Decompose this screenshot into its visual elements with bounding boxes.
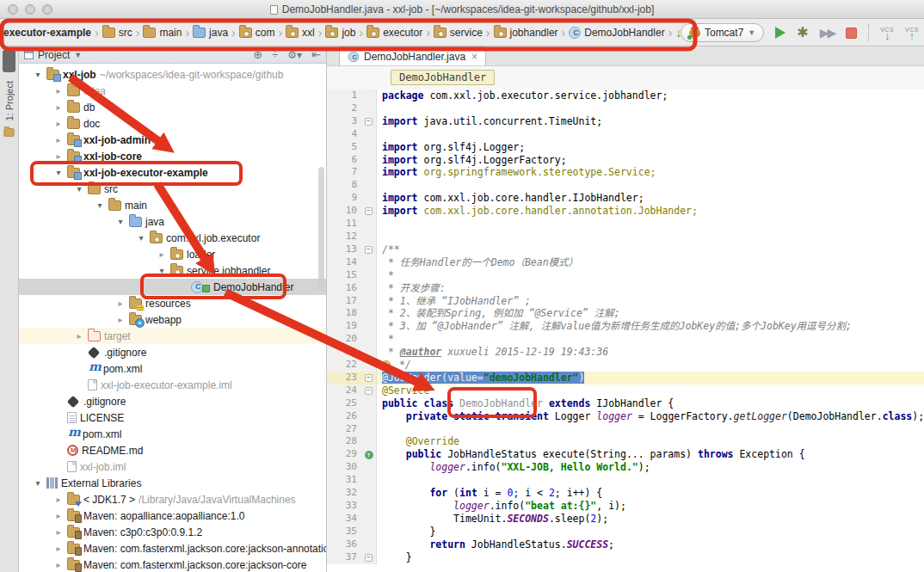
tree-scrollbar[interactable]	[318, 167, 324, 292]
tree-item-maven-com-fasterxml-jackson-core-jackson-core[interactable]: ▸Maven: com.fasterxml.jackson.core:jacks…	[19, 557, 326, 572]
breadcrumb-item-executor-example[interactable]: executor-example	[2, 27, 93, 39]
collapsed-arrow-icon[interactable]: ▸	[53, 135, 64, 145]
breadcrumb-chip[interactable]: DemoJobHandler	[391, 70, 495, 85]
code-area[interactable]: 1package com.xxl.job.executor.service.jo…	[327, 89, 924, 572]
gear-icon[interactable]: ⚙▾	[287, 49, 302, 61]
project-panel-title[interactable]: Project	[38, 49, 70, 61]
expanded-arrow-icon[interactable]: ▾	[157, 266, 167, 275]
breadcrumb-item-jobhandler[interactable]: jobhandler	[492, 27, 560, 39]
collapsed-arrow-icon[interactable]: ▸	[115, 315, 126, 324]
tree-item-maven-com-fasterxml-jackson-core-jackson-annotations[interactable]: ▸Maven: com.fasterxml.jackson.core:jacks…	[19, 540, 326, 557]
breadcrumb-item-src[interactable]: src	[101, 27, 134, 39]
breadcrumb-item-job[interactable]: job	[323, 27, 357, 39]
tree-item-target[interactable]: ▸target	[19, 328, 326, 344]
tab-demojobhandler[interactable]: DemoJobHandler.java ×	[339, 46, 486, 65]
tree-item-main[interactable]: ▾main	[19, 197, 326, 213]
collapsed-arrow-icon[interactable]: ▸	[53, 527, 64, 537]
tree-item-license[interactable]: LICENSE	[19, 409, 326, 426]
collapsed-arrow-icon[interactable]: ▸	[157, 249, 167, 259]
tree-item-xxl-job[interactable]: ▾xxl-job ~/workspaces/idea-git-workspace…	[19, 66, 326, 83]
stop-button[interactable]	[846, 28, 857, 39]
collapsed-arrow-icon[interactable]: ▸	[53, 151, 64, 161]
fold-marker-icon[interactable]: −	[365, 207, 373, 215]
collapsed-arrow-icon[interactable]: ▸	[53, 86, 64, 95]
collapsed-arrow-icon[interactable]: ▸	[53, 560, 64, 569]
tree-item--gitignore[interactable]: .gitignore	[19, 344, 326, 360]
vcs-commit-button[interactable]: VCS ↑	[905, 27, 919, 40]
collapsed-arrow-icon[interactable]: ▸	[53, 495, 64, 504]
project-tree[interactable]: ▾xxl-job ~/workspaces/idea-git-workspace…	[19, 64, 326, 572]
tree-item-xxl-job-iml[interactable]: xxl-job.iml	[19, 458, 326, 475]
tree-item-demojobhandler[interactable]: DemoJobHandler	[19, 279, 326, 295]
tree-item-xxl-job-executor-example[interactable]: ▾xxl-job-executor-example	[19, 164, 326, 181]
expanded-arrow-icon[interactable]: ▾	[53, 168, 64, 177]
override-marker-icon[interactable]: ↑	[365, 451, 373, 459]
tree-item-xxl-job-admin[interactable]: ▸xxl-job-admin	[19, 132, 326, 148]
breadcrumb-item-demojobhandler[interactable]: DemoJobHandler	[567, 27, 666, 39]
tree-item-maven-c3p0-c3p0-0-9-1-2[interactable]: ▸Maven: c3p0:c3p0:0.9.1.2	[19, 524, 326, 540]
tree-item-doc[interactable]: ▸doc	[19, 115, 326, 132]
breadcrumb-item-service[interactable]: service	[432, 27, 484, 39]
tree-item-service-jobhandler[interactable]: ▾service.jobhandler	[19, 262, 326, 279]
tree-item-java[interactable]: ▾java	[19, 213, 326, 230]
breadcrumb-item-java[interactable]: java	[191, 27, 230, 39]
fold-marker-icon[interactable]: −	[365, 118, 373, 126]
chevron-down-icon[interactable]: ▼	[74, 51, 82, 59]
maven-icon	[67, 428, 79, 440]
intention-bulb-icon[interactable]	[382, 360, 391, 369]
code-text: import com.xxl.job.core.handler.annotati…	[377, 205, 698, 218]
breadcrumb-item-com[interactable]: com	[237, 27, 277, 39]
expanded-arrow-icon[interactable]: ▾	[115, 217, 126, 226]
tree-item-readme-md[interactable]: README.md	[19, 442, 326, 458]
lib-icon	[67, 544, 80, 554]
vcs-update-button[interactable]: VCS ↓	[880, 27, 894, 40]
breadcrumb-item-main[interactable]: main	[141, 27, 183, 39]
fold-marker-icon[interactable]: −	[365, 246, 373, 254]
fold-marker-icon[interactable]: −	[365, 374, 373, 382]
run-button[interactable]	[775, 27, 785, 39]
tree-item--gitignore[interactable]: .gitignore	[19, 393, 326, 409]
expanded-arrow-icon[interactable]: ▾	[74, 184, 84, 194]
tree-item-src[interactable]: ▾src	[19, 181, 326, 197]
tree-item-xxl-job-executor-example-iml[interactable]: xxl-job-executor-example.iml	[19, 377, 326, 393]
tree-item-webapp[interactable]: ▸webapp	[19, 311, 326, 328]
collapse-all-icon[interactable]: ÷	[272, 48, 278, 61]
coverage-button[interactable]: ▶▶	[820, 27, 835, 39]
tree-item-xxl-job-core[interactable]: ▸xxl-job-core	[19, 148, 326, 164]
collapsed-arrow-icon[interactable]: ▸	[53, 102, 64, 112]
tree-item-db[interactable]: ▸db	[19, 99, 326, 115]
collapsed-arrow-icon[interactable]: ▸	[53, 544, 64, 553]
breadcrumb-item-xxl[interactable]: xxl	[284, 27, 317, 39]
tree-item-com-xxl-job-executor[interactable]: ▾com.xxl.job.executor	[19, 230, 326, 246]
fold-marker-icon[interactable]: −	[365, 387, 373, 395]
expanded-arrow-icon[interactable]: ▾	[33, 478, 43, 488]
run-configuration-selector[interactable]: Tomcat7 ▼	[681, 23, 764, 42]
project-tool-window-button[interactable]: 1: Project	[4, 81, 15, 120]
tree-item--idea[interactable]: ▸.idea	[19, 83, 326, 99]
tree-item--jdk1-7-[interactable]: ▸< JDK1.7 > /Library/Java/JavaVirtualMac…	[19, 491, 326, 507]
breadcrumb-item-executor[interactable]: executor	[365, 27, 424, 39]
locate-icon[interactable]: ⊕	[253, 48, 262, 61]
jdk-icon	[67, 495, 80, 505]
tree-item-loader[interactable]: ▸loader	[19, 246, 326, 262]
close-icon[interactable]: ×	[471, 51, 477, 63]
collapsed-arrow-icon[interactable]: ▸	[115, 298, 126, 308]
collapsed-arrow-icon[interactable]: ▸	[53, 511, 64, 520]
collapsed-arrow-icon[interactable]: ▸	[74, 331, 84, 341]
expanded-arrow-icon[interactable]: ▾	[136, 233, 146, 243]
expanded-arrow-icon[interactable]: ▾	[95, 200, 105, 210]
tree-item-pom-xml[interactable]: pom.xml	[19, 426, 326, 442]
collapsed-arrow-icon[interactable]: ▸	[53, 119, 64, 128]
code-text	[377, 423, 382, 436]
code-line-28: 28 @Override	[327, 435, 924, 448]
tree-item-resources[interactable]: ▸resources	[19, 295, 326, 311]
tree-item-external-libraries[interactable]: ▾External Libraries	[19, 475, 326, 491]
fold-marker-icon[interactable]: −	[365, 554, 373, 562]
tree-item-maven-aopalliance-aopalliance-1-0[interactable]: ▸Maven: aopalliance:aopalliance:1.0	[19, 507, 326, 524]
tree-item-label: .idea	[83, 85, 106, 97]
editor[interactable]: DemoJobHandler.java × DemoJobHandler 1pa…	[327, 46, 924, 572]
hide-panel-icon[interactable]: ⇤	[311, 48, 321, 61]
expanded-arrow-icon[interactable]: ▾	[33, 70, 43, 79]
tree-item-pom-xml[interactable]: pom.xml	[19, 360, 326, 377]
debug-button[interactable]: ✱	[797, 26, 808, 40]
